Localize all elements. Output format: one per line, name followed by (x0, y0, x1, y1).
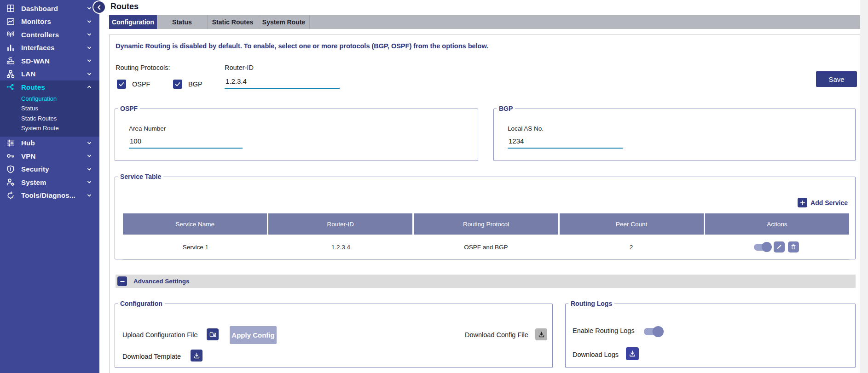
minus-icon (119, 278, 126, 285)
cell-routing-protocol: OSPF and BGP (413, 235, 559, 259)
tab-configuration[interactable]: Configuration (109, 15, 157, 29)
vertical-scrollbar[interactable] (860, 0, 868, 373)
plus-icon (798, 198, 807, 207)
router-id-label: Router-ID (225, 64, 254, 71)
configuration-panel: Dynamic Routing is disabled by default. … (109, 34, 860, 373)
sidebar-item-system[interactable]: System (0, 176, 99, 189)
sidebar-item-label: SD-WAN (21, 57, 50, 65)
lan-network-icon (5, 69, 16, 79)
download-template-button[interactable] (191, 350, 203, 362)
service-enable-toggle[interactable] (754, 244, 770, 251)
sidebar-item-label: Interfaces (21, 44, 55, 52)
chevron-down-icon (86, 152, 93, 160)
collapse-advanced-button[interactable] (117, 276, 127, 286)
configuration-legend: Configuration (118, 300, 165, 307)
download-config-file-button[interactable] (535, 328, 547, 340)
table-row: Service 1 1.2.3.4 OSPF and BGP 2 (123, 235, 849, 260)
bgp-section: BGP Local AS No. (493, 105, 856, 161)
chevron-down-icon (86, 70, 93, 78)
sidebar-item-tools-diagnostics[interactable]: Tools/Diagnos... (0, 189, 99, 202)
tab-static-routes[interactable]: Static Routes (208, 15, 258, 29)
routes-configuration-screen: Dashboard Monitors Controllers Interface… (0, 0, 868, 373)
monitors-icon (5, 17, 16, 26)
titlebar (99, 0, 860, 15)
sidebar-item-label: LAN (21, 70, 35, 78)
add-service-button[interactable]: Add Service (798, 198, 848, 207)
chevron-down-icon (86, 57, 93, 64)
sidebar-item-label: System (21, 178, 46, 186)
sidebar-item-hub[interactable]: Hub (0, 137, 99, 150)
upload-configuration-file-label: Upload Configuration File (122, 331, 198, 339)
enable-routing-logs-toggle[interactable] (644, 328, 662, 335)
sidebar-item-security[interactable]: Security (0, 163, 99, 176)
sidebar-item-label: Tools/Diagnos... (21, 191, 75, 199)
browse-file-button[interactable] (207, 328, 219, 340)
tab-system-route[interactable]: System Route (258, 15, 310, 29)
edit-service-button[interactable] (774, 241, 785, 252)
sidebar-item-label: Dashboard (21, 5, 58, 12)
area-number-label: Area Number (129, 125, 166, 132)
column-header-actions: Actions (704, 213, 849, 235)
download-icon (628, 350, 637, 358)
apply-config-button[interactable]: Apply Config (230, 326, 277, 344)
sidebar-subitem-configuration[interactable]: Configuration (0, 94, 99, 104)
bgp-legend: BGP (497, 105, 515, 112)
advanced-settings-label: Advanced Settings (133, 278, 190, 285)
ospf-section: OSPF Area Number (115, 105, 478, 161)
page-title: Routes (110, 2, 139, 11)
save-button[interactable]: Save (816, 71, 857, 87)
chevron-down-icon (86, 31, 93, 38)
area-number-input[interactable] (129, 136, 243, 149)
sidebar-routes-group: Routes Configuration Status Static Route… (0, 80, 99, 137)
folder-icon (209, 331, 217, 339)
sidebar: Dashboard Monitors Controllers Interface… (0, 0, 99, 373)
local-as-input[interactable] (508, 136, 623, 149)
system-user-gear-icon (5, 178, 16, 187)
download-logs-button[interactable] (626, 347, 639, 360)
service-table-legend: Service Table (118, 173, 163, 180)
chevron-down-icon (86, 139, 93, 147)
sidebar-item-controllers[interactable]: Controllers (0, 28, 99, 41)
sidebar-item-monitors[interactable]: Monitors (0, 15, 99, 29)
vpn-key-icon (5, 151, 16, 161)
sidebar-item-label: Security (21, 165, 49, 173)
sidebar-item-lan[interactable]: LAN (0, 68, 99, 81)
hub-sliders-icon (5, 138, 16, 148)
sidebar-item-vpn[interactable]: VPN (0, 149, 99, 163)
sidebar-item-dashboard[interactable]: Dashboard (0, 2, 99, 15)
tab-status[interactable]: Status (157, 15, 208, 29)
download-icon (538, 331, 545, 339)
chevron-down-icon (86, 178, 93, 186)
dashboard-icon (5, 4, 16, 13)
cell-service-name: Service 1 (123, 235, 268, 259)
pencil-icon (776, 244, 782, 250)
advanced-settings-bar[interactable]: Advanced Settings (116, 275, 856, 288)
collapse-sidebar-button[interactable] (93, 1, 105, 13)
download-logs-label: Download Logs (573, 351, 619, 358)
download-config-file-label: Download Config File (465, 331, 528, 339)
trash-icon (790, 244, 797, 250)
chevron-down-icon (86, 166, 93, 173)
ospf-checkbox[interactable] (117, 80, 126, 89)
bgp-checkbox[interactable] (173, 80, 182, 89)
column-header-service-name: Service Name (123, 213, 267, 235)
routes-icon (5, 82, 16, 92)
routing-logs-legend: Routing Logs (568, 300, 614, 307)
sidebar-item-routes[interactable]: Routes (0, 80, 99, 94)
delete-service-button[interactable] (788, 241, 799, 252)
sidebar-subitem-system-route[interactable]: System Route (0, 123, 99, 133)
sidebar-item-label: Hub (21, 139, 35, 147)
local-as-label: Local AS No. (508, 125, 544, 132)
sidebar-item-sdwan[interactable]: SD-WAN (0, 54, 99, 68)
sidebar-item-label: Controllers (21, 31, 59, 39)
sidebar-item-interfaces[interactable]: Interfaces (0, 41, 99, 55)
sidebar-subitem-status[interactable]: Status (0, 103, 99, 114)
controllers-icon (5, 30, 16, 39)
cell-peer-count: 2 (559, 235, 704, 259)
sidebar-subitem-static-routes[interactable]: Static Routes (0, 114, 99, 124)
router-id-input[interactable] (225, 76, 340, 89)
chevron-down-icon (86, 18, 93, 25)
download-icon (193, 352, 201, 360)
add-service-label: Add Service (810, 199, 848, 207)
column-header-peer-count: Peer Count (558, 213, 704, 235)
